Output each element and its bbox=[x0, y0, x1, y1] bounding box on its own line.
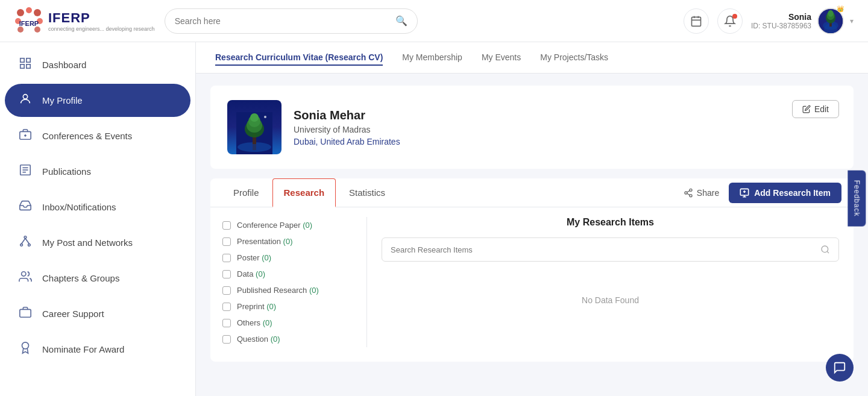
filter-conference-paper-label: Conference Paper (0) bbox=[237, 221, 312, 230]
sidebar-label-career: Career Support bbox=[42, 309, 104, 319]
checkbox-question[interactable] bbox=[222, 335, 231, 344]
checkbox-data[interactable] bbox=[222, 270, 231, 278]
networks-icon bbox=[17, 234, 34, 251]
tab-research[interactable]: Research bbox=[272, 178, 336, 207]
tab-events[interactable]: My Events bbox=[482, 50, 521, 66]
filter-presentation[interactable]: Presentation (0) bbox=[222, 233, 354, 250]
svg-point-48 bbox=[690, 189, 692, 191]
sidebar-label-publications: Publications bbox=[42, 166, 91, 177]
filter-question[interactable]: Question (0) bbox=[222, 331, 354, 347]
filter-others[interactable]: Others (0) bbox=[222, 315, 354, 331]
user-info[interactable]: Sonia ID: STU-38785963 👑 bbox=[751, 8, 854, 34]
svg-line-52 bbox=[687, 190, 690, 192]
checkbox-others[interactable] bbox=[222, 319, 231, 327]
sidebar-item-chapters[interactable]: Chapters & Groups bbox=[5, 262, 190, 295]
research-body: Conference Paper (0) Presentation (0) Po… bbox=[210, 207, 854, 357]
filter-data-label: Data (0) bbox=[237, 269, 265, 278]
search-input[interactable] bbox=[175, 16, 391, 26]
filter-question-label: Question (0) bbox=[237, 335, 280, 344]
sidebar-item-inbox[interactable]: Inbox/Notifications bbox=[5, 190, 190, 224]
svg-point-2 bbox=[34, 9, 41, 16]
search-icon[interactable]: 🔍 bbox=[395, 15, 407, 27]
sidebar-label-inbox: Inbox/Notifications bbox=[42, 202, 116, 212]
search-research-input[interactable] bbox=[391, 245, 816, 254]
chapters-icon bbox=[17, 270, 34, 286]
add-icon bbox=[740, 188, 749, 198]
dashboard-icon bbox=[17, 57, 34, 73]
research-section: Profile Research Statistics Share bbox=[210, 178, 854, 362]
research-main: My Research Items No Data Found bbox=[367, 217, 854, 347]
svg-text:IFERP: IFERP bbox=[19, 20, 39, 27]
conferences-icon bbox=[17, 128, 34, 144]
chevron-down-icon[interactable]: ▾ bbox=[850, 17, 854, 25]
checkbox-preprint[interactable] bbox=[222, 303, 231, 311]
feedback-button[interactable]: Feedback bbox=[848, 170, 866, 226]
search-research-bar[interactable] bbox=[382, 237, 839, 262]
tab-statistics[interactable]: Statistics bbox=[338, 179, 396, 207]
filter-poster[interactable]: Poster (0) bbox=[222, 250, 354, 266]
research-tabs: Profile Research Statistics Share bbox=[210, 178, 854, 207]
checkbox-presentation[interactable] bbox=[222, 237, 231, 246]
research-filters: Conference Paper (0) Presentation (0) Po… bbox=[210, 217, 367, 347]
share-label: Share bbox=[697, 188, 719, 198]
sidebar-label-post-networks: My Post and Networks bbox=[42, 237, 133, 248]
filter-data[interactable]: Data (0) bbox=[222, 266, 354, 282]
search-bar[interactable]: 🔍 bbox=[165, 8, 418, 34]
add-research-item-button[interactable]: Add Research Item bbox=[729, 183, 841, 203]
share-icon bbox=[684, 188, 693, 198]
svg-point-32 bbox=[20, 244, 23, 247]
profile-info: Sonia Mehar University of Madras Dubai, … bbox=[294, 108, 400, 146]
share-button[interactable]: Share bbox=[684, 188, 719, 198]
profile-university: University of Madras bbox=[294, 125, 400, 134]
filter-preprint[interactable]: Preprint (0) bbox=[222, 298, 354, 315]
svg-point-49 bbox=[685, 192, 687, 194]
checkbox-conference-paper[interactable] bbox=[222, 221, 231, 230]
edit-button[interactable]: Edit bbox=[792, 100, 839, 118]
sidebar-item-career[interactable]: Career Support bbox=[5, 297, 190, 330]
filter-presentation-label: Presentation (0) bbox=[237, 237, 293, 246]
notification-icon-button[interactable] bbox=[717, 8, 743, 34]
sidebar-item-my-profile[interactable]: My Profile bbox=[5, 84, 190, 117]
logo: IFERP IFERP connecting engineers... deve… bbox=[14, 7, 155, 36]
checkbox-published-research[interactable] bbox=[222, 286, 231, 295]
inbox-icon bbox=[17, 199, 34, 215]
main-tab-bar: Research Curriculum Vitae (Research CV) … bbox=[196, 42, 868, 74]
filter-published-research[interactable]: Published Research (0) bbox=[222, 282, 354, 298]
chat-button[interactable] bbox=[826, 354, 854, 382]
tab-research-cv[interactable]: Research Curriculum Vitae (Research CV) bbox=[215, 50, 383, 66]
career-icon bbox=[17, 306, 34, 322]
svg-point-38 bbox=[22, 342, 29, 349]
filter-published-research-label: Published Research (0) bbox=[237, 286, 319, 295]
svg-rect-42 bbox=[253, 144, 256, 150]
sidebar-item-dashboard[interactable]: Dashboard bbox=[5, 48, 190, 81]
svg-rect-21 bbox=[20, 64, 24, 68]
add-research-label: Add Research Item bbox=[754, 188, 831, 198]
checkbox-poster[interactable] bbox=[222, 254, 231, 262]
svg-point-5 bbox=[17, 27, 24, 33]
edit-label: Edit bbox=[814, 104, 829, 114]
profile-icon bbox=[17, 92, 34, 108]
filter-poster-label: Poster (0) bbox=[237, 253, 271, 262]
sidebar-item-post-networks[interactable]: My Post and Networks bbox=[5, 226, 190, 259]
tab-projects[interactable]: My Projects/Tasks bbox=[540, 50, 608, 66]
svg-rect-22 bbox=[27, 64, 30, 68]
sidebar-item-publications[interactable]: Publications bbox=[5, 155, 190, 188]
svg-point-50 bbox=[690, 194, 692, 196]
avatar-wrapper: 👑 bbox=[817, 8, 844, 34]
content-area: Research Curriculum Vitae (Research CV) … bbox=[196, 42, 868, 396]
tab-membership[interactable]: My Membership bbox=[402, 50, 462, 66]
calendar-icon-button[interactable] bbox=[684, 8, 709, 34]
filter-others-label: Others (0) bbox=[237, 318, 272, 327]
tab-profile[interactable]: Profile bbox=[222, 179, 270, 207]
svg-point-33 bbox=[28, 244, 31, 247]
profile-name: Sonia Mehar bbox=[294, 108, 400, 122]
logo-main-text: IFERP bbox=[48, 10, 155, 26]
svg-rect-8 bbox=[691, 17, 700, 26]
user-id: ID: STU-38785963 bbox=[751, 22, 811, 30]
sidebar-item-conferences[interactable]: Conferences & Events bbox=[5, 119, 190, 152]
sidebar-label-conferences: Conferences & Events bbox=[42, 131, 132, 141]
filter-conference-paper[interactable]: Conference Paper (0) bbox=[222, 217, 354, 233]
sidebar-item-nominate[interactable]: Nominate For Award bbox=[5, 333, 190, 366]
research-actions: Share Add Research Item bbox=[684, 183, 841, 203]
main-layout: Dashboard My Profile Conferences & Event… bbox=[0, 42, 868, 396]
